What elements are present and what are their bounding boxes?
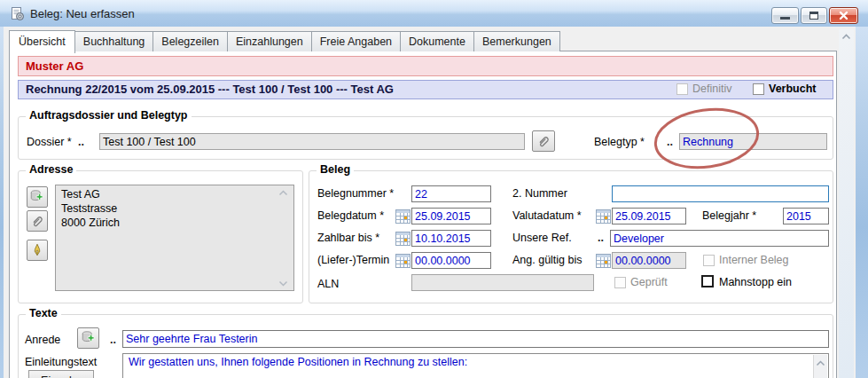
belegdatum-label: Belegdatum * bbox=[317, 209, 384, 222]
anrede-add-button[interactable] bbox=[77, 327, 99, 349]
maximize-button[interactable] bbox=[801, 7, 827, 24]
aln-input[interactable] bbox=[411, 274, 594, 291]
calendar-icon[interactable] bbox=[596, 209, 611, 224]
tab-dokumente[interactable]: Dokumente bbox=[400, 31, 474, 51]
beleg-window: Beleg: Neu erfassen Übersicht Buchhaltun… bbox=[0, 0, 868, 378]
belegjahr-label: Belegjahr * bbox=[702, 209, 756, 222]
address-line: 8000 Zürich bbox=[61, 216, 288, 230]
document-summary-text: Rechnung 22/2015 vom 25.09.2015 --- Test… bbox=[26, 83, 394, 96]
calendar-icon[interactable] bbox=[395, 232, 411, 246]
liefer-termin-label: (Liefer-)Termin bbox=[317, 254, 389, 266]
verbucht-label: Verbucht bbox=[769, 83, 817, 95]
belegjahr-input[interactable] bbox=[783, 208, 829, 224]
window-title: Beleg: Neu erfassen bbox=[30, 7, 135, 20]
eingabe-button[interactable]: Eingabe bbox=[28, 370, 94, 378]
paperclip-icon bbox=[536, 133, 551, 149]
title-bar[interactable]: Beleg: Neu erfassen bbox=[0, 0, 868, 27]
minimize-button[interactable] bbox=[771, 7, 799, 24]
einleitungstext-value: Wir gestatten uns, Ihnen folgende Positi… bbox=[123, 354, 828, 370]
dossier-attachment-button[interactable] bbox=[532, 130, 555, 152]
minimize-icon bbox=[780, 17, 790, 20]
anrede-label: Anrede bbox=[25, 334, 60, 346]
unsere-ref-input[interactable] bbox=[610, 230, 829, 247]
tab-bemerkungen[interactable]: Bemerkungen bbox=[473, 31, 560, 51]
address-textarea[interactable]: Test AG Teststrasse 8000 Zürich bbox=[55, 185, 294, 291]
nummer2-label: 2. Nummer bbox=[512, 187, 567, 200]
verbucht-checkbox[interactable] bbox=[753, 83, 764, 95]
document-gear-icon bbox=[10, 6, 25, 21]
belegdatum-input[interactable] bbox=[411, 208, 491, 224]
beleg-group-title: Beleg bbox=[317, 163, 354, 176]
address-scroll-down-icon[interactable] bbox=[278, 280, 288, 287]
unsere-ref-dots[interactable]: .. bbox=[598, 232, 604, 244]
adresse-group-title: Adresse bbox=[26, 163, 76, 176]
address-attachment-button[interactable] bbox=[27, 210, 48, 232]
vertical-scrollbar[interactable] bbox=[839, 29, 854, 378]
nummer2-input[interactable] bbox=[612, 185, 829, 202]
anrede-dots[interactable]: .. bbox=[110, 334, 116, 346]
geprueft-checkbox bbox=[614, 277, 626, 288]
unsere-ref-label: Unsere Ref. bbox=[512, 232, 572, 244]
einleitungstext-label: Einleitungstext bbox=[25, 356, 97, 368]
tab-uebersicht[interactable]: Übersicht bbox=[9, 30, 75, 53]
dossier-input[interactable] bbox=[99, 133, 525, 150]
definitiv-checkbox bbox=[676, 83, 688, 95]
dossier-label: Dossier * bbox=[27, 136, 72, 148]
calendar-icon[interactable] bbox=[395, 254, 411, 268]
paperclip-icon bbox=[29, 213, 45, 229]
anrede-input[interactable] bbox=[122, 330, 829, 348]
zahlbar-bis-label: Zahlbar bis * bbox=[317, 232, 379, 244]
zahlbar-bis-input[interactable] bbox=[411, 230, 491, 247]
tab-einzahlungen[interactable]: Einzahlungen bbox=[227, 31, 312, 51]
company-banner: Muster AG bbox=[18, 56, 833, 76]
interner-beleg-checkbox bbox=[703, 255, 715, 266]
maximize-icon bbox=[809, 12, 818, 20]
tab-freie-angaben[interactable]: Freie Angaben bbox=[311, 31, 401, 51]
mahnstopp-label: Mahnstopp ein bbox=[719, 276, 792, 288]
mahnstopp-checkbox[interactable] bbox=[701, 275, 714, 287]
geprueft-label: Geprüft bbox=[630, 276, 668, 288]
aln-label: ALN bbox=[317, 278, 339, 290]
address-edit-button[interactable] bbox=[27, 240, 48, 261]
einleitungstext-textarea[interactable]: Wir gestatten uns, Ihnen folgende Positi… bbox=[122, 353, 829, 378]
belegtyp-label: Belegtyp * bbox=[594, 136, 645, 148]
calendar-icon[interactable] bbox=[596, 254, 611, 268]
belegnummer-label: Belegnummer * bbox=[317, 187, 394, 200]
ang-gueltig-bis-input[interactable] bbox=[612, 252, 686, 269]
scroll-up-icon[interactable] bbox=[841, 34, 851, 40]
annotation-ellipse bbox=[645, 105, 769, 172]
einleitungstext-scrollbar[interactable] bbox=[813, 355, 827, 378]
scroll-up-icon[interactable] bbox=[816, 360, 825, 366]
database-add-icon bbox=[29, 189, 45, 205]
database-add-icon bbox=[81, 330, 97, 346]
calendar-icon[interactable] bbox=[395, 209, 411, 224]
dossier-group-title: Auftragsdossier und Belegtyp bbox=[26, 109, 192, 122]
valutadatum-input[interactable] bbox=[612, 208, 686, 224]
tab-strip: Übersicht Buchhaltung Belegzeilen Einzah… bbox=[9, 30, 559, 51]
interner-beleg-label: Interner Beleg bbox=[719, 254, 789, 266]
tab-buchhaltung[interactable]: Buchhaltung bbox=[74, 31, 154, 51]
company-name: Muster AG bbox=[26, 59, 83, 73]
valutadatum-label: Valutadatum * bbox=[512, 209, 582, 222]
ang-gueltig-bis-label: Ang. gültig bis bbox=[512, 254, 583, 266]
pen-nib-icon bbox=[30, 242, 44, 258]
texte-group-title: Texte bbox=[26, 307, 61, 319]
address-line: Test AG bbox=[61, 187, 288, 201]
close-icon bbox=[839, 11, 848, 20]
address-line: Teststrasse bbox=[61, 201, 288, 216]
definitiv-label: Definitiv bbox=[692, 83, 731, 95]
liefer-termin-input[interactable] bbox=[411, 252, 491, 269]
tab-belegzeilen[interactable]: Belegzeilen bbox=[152, 31, 228, 51]
address-add-button[interactable] bbox=[27, 186, 48, 208]
dossier-dots[interactable]: .. bbox=[78, 136, 84, 148]
belegnummer-input[interactable] bbox=[411, 185, 491, 202]
address-scroll-up-icon[interactable] bbox=[278, 190, 288, 196]
close-button[interactable] bbox=[829, 7, 858, 24]
